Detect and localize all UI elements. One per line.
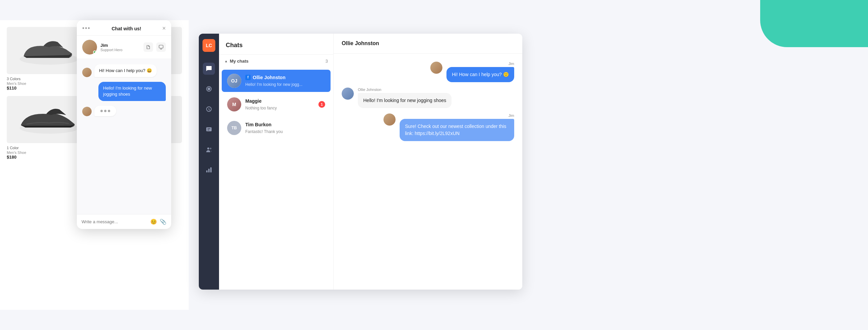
decorative-blob — [760, 0, 868, 47]
chat-name-ollie: Ollie Johnston — [253, 75, 285, 80]
conversation-messages: Jim Hi! How can I help you? 🙂 Ollie John… — [334, 54, 522, 290]
conv-bubble-3: Sure! Check out our newest collection un… — [400, 119, 514, 141]
chat-name-row-maggie: Maggie — [245, 98, 314, 104]
chats-list-panel: Chats ▲ My chats 3 OJ f Ollie Johnston H… — [219, 34, 334, 290]
conv-avatar-jim-2 — [383, 113, 396, 126]
action-btn-1[interactable] — [144, 42, 153, 52]
conv-msg-row-3: Jim Sure! Check out our newest collectio… — [342, 113, 514, 141]
livechat-sidebar: LC — [199, 34, 219, 290]
sidebar-item-team[interactable] — [203, 143, 215, 156]
svg-point-9 — [210, 148, 212, 150]
my-chats-count: 3 — [326, 59, 328, 64]
conv-bubble-1: Hi! How can I help you? 🙂 — [446, 67, 514, 82]
agent-msg-avatar-2 — [82, 107, 92, 116]
chat-name-tim: Tim Burkon — [245, 122, 272, 127]
svg-point-6 — [208, 88, 210, 90]
my-chats-label: ▲ My chats 3 — [224, 59, 328, 64]
svg-point-8 — [207, 147, 209, 150]
bubble-outgoing-1: Hello! I'm looking for new jogging shoes — [98, 82, 166, 101]
sidebar-item-tickets[interactable] — [203, 123, 215, 135]
conv-msg-row-1: Jim Hi! How can I help you? 🙂 — [342, 62, 514, 82]
message-row-2: Hello! I'm looking for new jogging shoes — [82, 82, 166, 101]
agent-info: Jim Support Hero — [100, 43, 122, 52]
conv-avatar-ollie — [342, 88, 354, 100]
chat-list-item-ollie[interactable]: OJ f Ollie Johnston Hello! I'm looking f… — [222, 70, 331, 92]
chat-widget-title: Chat with us! — [91, 26, 162, 31]
chat-avatar-maggie: M — [227, 97, 241, 111]
typing-dots — [99, 109, 112, 113]
online-indicator — [93, 51, 96, 54]
conv-msg-row-2: Ollie Johnston Hello! I'm looking for ne… — [342, 88, 514, 108]
chat-widget: ••• Chat with us! × Jim Support Hero — [77, 20, 171, 229]
action-btn-2[interactable] — [156, 42, 166, 52]
bubble-incoming-1: Hi! How can I help you? 😀 — [94, 64, 157, 77]
chat-agent-bar: Jim Support Hero — [77, 36, 171, 59]
sidebar-item-reports[interactable] — [203, 164, 215, 176]
chat-avatar-tim: TB — [227, 121, 241, 135]
sidebar-item-history[interactable] — [203, 103, 215, 115]
conv-sender-3: Jim — [508, 113, 514, 118]
dot-2 — [104, 110, 106, 112]
attachment-icon[interactable]: 📎 — [160, 219, 166, 225]
chat-list-item-tim[interactable]: TB Tim Burkon Fantastic! Thank you — [222, 117, 331, 139]
agent-role: Support Hero — [100, 48, 122, 52]
unread-badge-maggie: 1 — [318, 101, 325, 108]
svg-rect-5 — [159, 45, 163, 48]
livechat-logo: LC — [203, 39, 215, 52]
dot-3 — [108, 110, 110, 112]
svg-rect-11 — [208, 169, 210, 172]
sidebar-item-chats[interactable] — [203, 63, 215, 75]
svg-rect-10 — [206, 170, 208, 172]
agent-actions — [144, 42, 166, 52]
conv-bubble-2: Hello! I'm looking for new jogging shoes — [358, 93, 452, 108]
conversation-panel: Ollie Johnston Jim Hi! How can I help yo… — [334, 34, 522, 290]
chat-name-maggie: Maggie — [245, 98, 261, 104]
emoji-icon[interactable]: 😊 — [150, 219, 157, 225]
chevron-up-icon: ▲ — [224, 59, 228, 63]
message-row-1: Hi! How can I help you? 😀 — [82, 64, 166, 77]
chat-widget-header: ••• Chat with us! × — [77, 20, 171, 36]
agent-name: Jim — [100, 43, 122, 48]
chat-input-bar: 😊 📎 — [77, 214, 171, 229]
conv-avatar-jim-1 — [430, 62, 442, 74]
dot-1 — [100, 110, 103, 112]
agent-avatar — [82, 40, 97, 55]
chat-list-item-maggie[interactable]: M Maggie Nothing too fancy 1 — [222, 93, 331, 116]
sidebar-item-visitors[interactable] — [203, 83, 215, 95]
chat-preview-maggie: Nothing too fancy — [245, 106, 277, 110]
close-icon[interactable]: × — [162, 25, 166, 32]
svg-rect-7 — [206, 127, 212, 131]
livechat-panel: LC — [199, 34, 522, 290]
chat-info-ollie: f Ollie Johnston Hello! I'm looking for … — [245, 75, 325, 87]
chat-messages: Hi! How can I help you? 😀 Hello! I'm loo… — [77, 59, 171, 214]
chat-name-row-tim: Tim Burkon — [245, 122, 325, 127]
typing-bubble — [94, 106, 116, 116]
facebook-icon: f — [245, 75, 251, 80]
chats-list-header: Chats — [219, 34, 333, 55]
conversation-header: Ollie Johnston — [334, 34, 522, 54]
conv-sender-1: Jim — [508, 62, 514, 66]
message-row-3 — [82, 106, 166, 116]
chat-message-input[interactable] — [82, 219, 147, 224]
chat-info-tim: Tim Burkon Fantastic! Thank you — [245, 122, 325, 134]
my-chats-section: ▲ My chats 3 — [219, 55, 333, 69]
chat-name-row-ollie: f Ollie Johnston — [245, 75, 325, 80]
chat-preview-ollie: Hello! I'm looking for new jogg... — [245, 82, 303, 87]
agent-msg-avatar — [82, 68, 92, 77]
chat-preview-tim: Fantastic! Thank you — [245, 129, 283, 134]
menu-dots[interactable]: ••• — [82, 25, 91, 32]
conv-sender-2: Ollie Johnston — [358, 88, 452, 92]
chat-input-icons: 😊 📎 — [150, 219, 166, 225]
chat-avatar-ollie: OJ — [227, 74, 241, 88]
svg-rect-12 — [210, 167, 212, 172]
chat-info-maggie: Maggie Nothing too fancy — [245, 98, 314, 111]
